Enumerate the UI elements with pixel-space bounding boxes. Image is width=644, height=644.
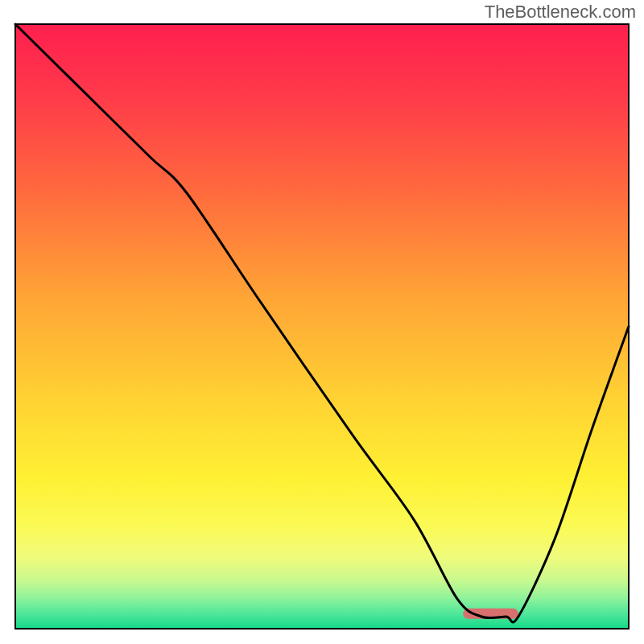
watermark-text: TheBottleneck.com [485, 2, 636, 23]
bottleneck-chart [0, 0, 644, 644]
chart-container: TheBottleneck.com [0, 0, 644, 644]
